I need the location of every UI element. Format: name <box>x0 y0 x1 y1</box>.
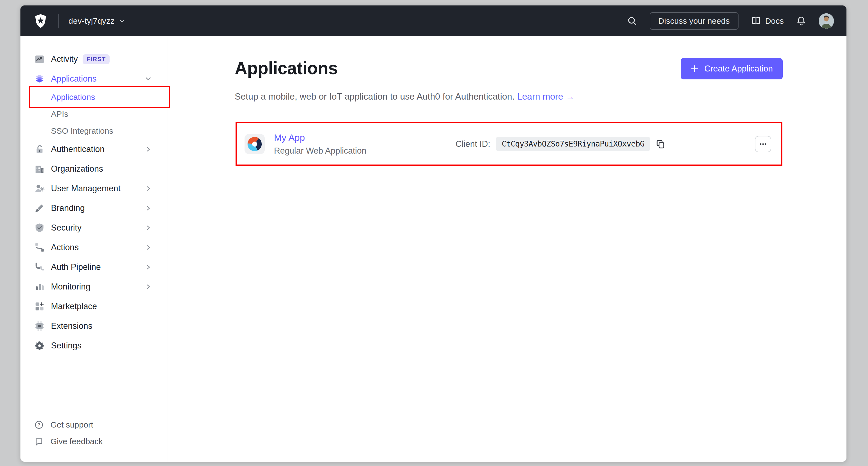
settings-icon <box>35 341 44 351</box>
security-icon <box>35 223 44 233</box>
app-donut-logo-icon <box>247 137 262 152</box>
monitoring-icon <box>35 282 44 292</box>
applications-icon <box>35 74 44 84</box>
client-id-label: Client ID: <box>456 139 490 149</box>
sidebar-item-label: Monitoring <box>51 282 91 292</box>
application-name-link[interactable]: My App <box>274 132 366 143</box>
arrow-right-icon: → <box>566 91 575 101</box>
application-names: My App Regular Web Application <box>274 132 366 156</box>
chevron-right-icon <box>145 244 152 251</box>
sidebar-item-auth-pipeline[interactable]: Auth Pipeline <box>21 257 167 277</box>
sidebar-item-actions[interactable]: Actions <box>21 238 167 257</box>
learn-more-link[interactable]: Learn more → <box>517 91 575 101</box>
sidebar-item-branding[interactable]: Branding <box>21 198 167 218</box>
sidebar-item-sso-integrations[interactable]: SSO Integrations <box>21 122 167 139</box>
sidebar-item-extensions[interactable]: Extensions <box>21 316 167 336</box>
create-application-label: Create Application <box>704 64 773 74</box>
main-content: Applications Create Application Setup a … <box>167 36 846 462</box>
copy-client-id-button[interactable] <box>655 139 666 149</box>
sidebar-item-label: Branding <box>51 203 85 213</box>
plus-icon <box>690 65 699 73</box>
chevron-down-icon <box>145 76 152 82</box>
first-badge: FIRST <box>83 54 110 64</box>
app-window: dev-tyj7qyzz Discuss your needs Docs Act… <box>21 5 846 462</box>
sidebar-item-label: SSO Integrations <box>51 126 113 136</box>
sidebar-item-applications[interactable]: Applications <box>21 69 167 89</box>
topbar: dev-tyj7qyzz Discuss your needs Docs <box>21 5 846 36</box>
sidebar-item-label: Security <box>51 223 82 233</box>
marketplace-icon <box>35 301 44 311</box>
docs-label: Docs <box>765 17 784 26</box>
sidebar-item-give-feedback[interactable]: Give feedback <box>21 433 167 449</box>
sidebar-item-label: Marketplace <box>51 301 97 311</box>
topbar-divider <box>58 13 59 28</box>
chevron-right-icon <box>145 264 152 270</box>
chevron-right-icon <box>145 284 152 290</box>
authentication-icon <box>35 144 44 154</box>
sidebar-item-settings[interactable]: Settings <box>21 336 167 355</box>
auth-pipeline-icon <box>35 262 44 272</box>
chevron-down-icon <box>119 18 125 24</box>
sidebar-item-monitoring[interactable]: Monitoring <box>21 277 167 297</box>
sidebar-item-label: Get support <box>51 420 93 430</box>
search-icon[interactable] <box>627 16 638 26</box>
sidebar-item-label: Actions <box>51 242 79 252</box>
sidebar-item-label: Auth Pipeline <box>51 262 101 272</box>
docs-link[interactable]: Docs <box>750 16 784 26</box>
tenant-name: dev-tyj7qyzz <box>68 17 115 26</box>
sidebar-item-apis[interactable]: APIs <box>21 106 167 122</box>
page-title: Applications <box>235 58 338 78</box>
bell-icon[interactable] <box>796 16 807 26</box>
application-row[interactable]: My App Regular Web Application Client ID… <box>236 122 782 166</box>
user-avatar[interactable] <box>819 13 834 29</box>
application-type: Regular Web Application <box>274 146 366 156</box>
chevron-right-icon <box>145 185 152 192</box>
sidebar-item-marketplace[interactable]: Marketplace <box>21 297 167 316</box>
chevron-right-icon <box>145 205 152 211</box>
avatar-image <box>819 13 834 29</box>
copy-icon <box>655 139 666 149</box>
user-management-icon <box>35 184 44 194</box>
client-id-group: Client ID: CtCqy3AvbQZSo7sE9RiynaPuiXOxv… <box>456 137 666 151</box>
actions-icon <box>35 242 44 252</box>
sidebar-item-organizations[interactable]: Organizations <box>21 159 167 179</box>
client-id-value: CtCqy3AvbQZSo7sE9RiynaPuiXOxvebG <box>496 137 650 151</box>
sidebar-item-label: Settings <box>51 341 82 351</box>
sidebar-item-security[interactable]: Security <box>21 218 167 238</box>
docs-book-icon <box>750 16 762 26</box>
topbar-actions: Discuss your needs Docs <box>627 12 834 30</box>
sidebar: ActivityFIRSTApplicationsApplicationsAPI… <box>21 36 167 462</box>
sidebar-item-authentication[interactable]: Authentication <box>21 139 167 159</box>
page-subtitle: Setup a mobile, web or IoT application t… <box>235 90 783 103</box>
discuss-your-needs-button[interactable]: Discuss your needs <box>650 12 739 30</box>
sidebar-nav: ActivityFIRSTApplicationsApplicationsAPI… <box>21 49 167 355</box>
sidebar-item-user-management[interactable]: User Management <box>21 179 167 198</box>
ellipsis-icon <box>759 140 767 148</box>
branding-icon <box>35 203 44 213</box>
organizations-icon <box>35 164 44 174</box>
sidebar-item-activity[interactable]: ActivityFIRST <box>21 49 167 69</box>
chevron-right-icon <box>145 146 152 152</box>
sidebar-item-label: Activity <box>51 54 78 64</box>
sidebar-item-label: User Management <box>51 184 121 194</box>
sidebar-item-label: Applications <box>51 74 96 84</box>
sidebar-item-label: APIs <box>51 109 68 119</box>
chevron-right-icon <box>145 225 152 231</box>
sidebar-item-label: Give feedback <box>51 437 103 446</box>
sidebar-item-label: Authentication <box>51 144 104 154</box>
sidebar-item-get-support[interactable]: Get support <box>21 416 167 433</box>
feedback-icon <box>35 437 43 446</box>
auth0-logo-icon[interactable] <box>33 13 48 29</box>
activity-icon <box>35 54 44 64</box>
help-icon <box>35 420 43 429</box>
sidebar-item-applications-sub[interactable]: Applications <box>21 89 167 106</box>
sidebar-footer: Get supportGive feedback <box>21 416 167 462</box>
create-application-button[interactable]: Create Application <box>681 58 783 79</box>
sidebar-item-label: Extensions <box>51 321 92 331</box>
sidebar-item-label: Organizations <box>51 164 103 174</box>
content-row: ActivityFIRSTApplicationsApplicationsAPI… <box>21 36 846 462</box>
tenant-switcher[interactable]: dev-tyj7qyzz <box>68 17 125 26</box>
extensions-icon <box>35 321 44 331</box>
application-menu-button[interactable] <box>755 136 771 152</box>
sidebar-item-label: Applications <box>51 92 95 102</box>
